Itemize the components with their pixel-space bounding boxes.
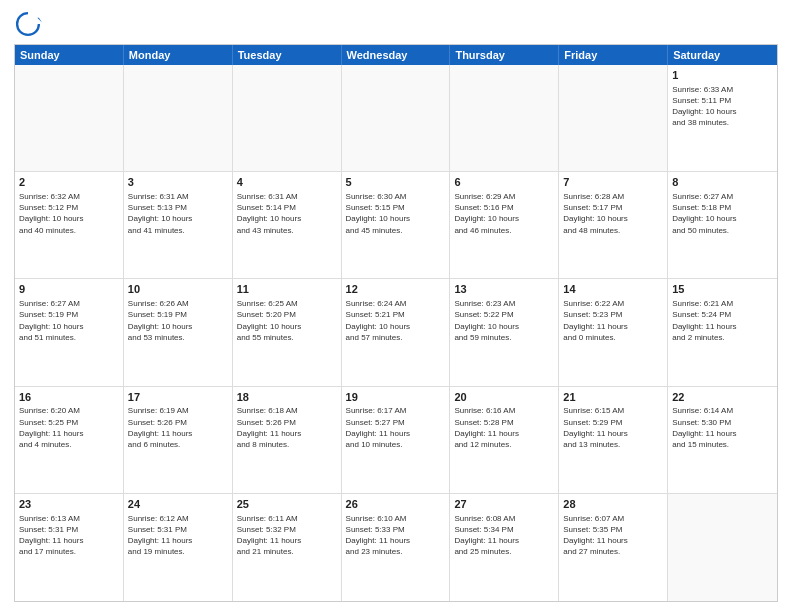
cell-content: Sunrise: 6:10 AM Sunset: 5:33 PM Dayligh… (346, 513, 446, 558)
cal-cell: 24Sunrise: 6:12 AM Sunset: 5:31 PM Dayli… (124, 494, 233, 601)
cal-cell: 5Sunrise: 6:30 AM Sunset: 5:15 PM Daylig… (342, 172, 451, 278)
cell-content: Sunrise: 6:30 AM Sunset: 5:15 PM Dayligh… (346, 191, 446, 236)
day-number: 1 (672, 68, 773, 83)
cal-cell: 18Sunrise: 6:18 AM Sunset: 5:26 PM Dayli… (233, 387, 342, 493)
cell-content: Sunrise: 6:26 AM Sunset: 5:19 PM Dayligh… (128, 298, 228, 343)
day-number: 24 (128, 497, 228, 512)
day-number: 3 (128, 175, 228, 190)
cal-cell (450, 65, 559, 171)
calendar-body: 1Sunrise: 6:33 AM Sunset: 5:11 PM Daylig… (15, 65, 777, 601)
cell-content: Sunrise: 6:08 AM Sunset: 5:34 PM Dayligh… (454, 513, 554, 558)
cell-content: Sunrise: 6:32 AM Sunset: 5:12 PM Dayligh… (19, 191, 119, 236)
cell-content: Sunrise: 6:25 AM Sunset: 5:20 PM Dayligh… (237, 298, 337, 343)
cell-content: Sunrise: 6:31 AM Sunset: 5:14 PM Dayligh… (237, 191, 337, 236)
page: SundayMondayTuesdayWednesdayThursdayFrid… (0, 0, 792, 612)
day-header-friday: Friday (559, 45, 668, 65)
cal-cell: 28Sunrise: 6:07 AM Sunset: 5:35 PM Dayli… (559, 494, 668, 601)
cal-cell: 27Sunrise: 6:08 AM Sunset: 5:34 PM Dayli… (450, 494, 559, 601)
cal-cell (124, 65, 233, 171)
cell-content: Sunrise: 6:23 AM Sunset: 5:22 PM Dayligh… (454, 298, 554, 343)
cal-cell: 10Sunrise: 6:26 AM Sunset: 5:19 PM Dayli… (124, 279, 233, 385)
cal-cell: 22Sunrise: 6:14 AM Sunset: 5:30 PM Dayli… (668, 387, 777, 493)
day-number: 18 (237, 390, 337, 405)
cell-content: Sunrise: 6:29 AM Sunset: 5:16 PM Dayligh… (454, 191, 554, 236)
day-number: 19 (346, 390, 446, 405)
day-number: 4 (237, 175, 337, 190)
cell-content: Sunrise: 6:19 AM Sunset: 5:26 PM Dayligh… (128, 405, 228, 450)
day-number: 12 (346, 282, 446, 297)
cell-content: Sunrise: 6:33 AM Sunset: 5:11 PM Dayligh… (672, 84, 773, 129)
day-number: 23 (19, 497, 119, 512)
week-row-3: 16Sunrise: 6:20 AM Sunset: 5:25 PM Dayli… (15, 387, 777, 494)
cell-content: Sunrise: 6:20 AM Sunset: 5:25 PM Dayligh… (19, 405, 119, 450)
day-header-saturday: Saturday (668, 45, 777, 65)
logo-icon (14, 10, 42, 38)
cell-content: Sunrise: 6:14 AM Sunset: 5:30 PM Dayligh… (672, 405, 773, 450)
cal-cell: 6Sunrise: 6:29 AM Sunset: 5:16 PM Daylig… (450, 172, 559, 278)
cal-cell: 12Sunrise: 6:24 AM Sunset: 5:21 PM Dayli… (342, 279, 451, 385)
day-number: 26 (346, 497, 446, 512)
day-number: 16 (19, 390, 119, 405)
logo (14, 10, 46, 38)
cal-cell: 25Sunrise: 6:11 AM Sunset: 5:32 PM Dayli… (233, 494, 342, 601)
day-number: 15 (672, 282, 773, 297)
cell-content: Sunrise: 6:22 AM Sunset: 5:23 PM Dayligh… (563, 298, 663, 343)
cal-cell: 3Sunrise: 6:31 AM Sunset: 5:13 PM Daylig… (124, 172, 233, 278)
cell-content: Sunrise: 6:24 AM Sunset: 5:21 PM Dayligh… (346, 298, 446, 343)
day-header-thursday: Thursday (450, 45, 559, 65)
day-number: 25 (237, 497, 337, 512)
cell-content: Sunrise: 6:17 AM Sunset: 5:27 PM Dayligh… (346, 405, 446, 450)
cell-content: Sunrise: 6:07 AM Sunset: 5:35 PM Dayligh… (563, 513, 663, 558)
cal-cell: 8Sunrise: 6:27 AM Sunset: 5:18 PM Daylig… (668, 172, 777, 278)
cal-cell: 9Sunrise: 6:27 AM Sunset: 5:19 PM Daylig… (15, 279, 124, 385)
cal-cell: 4Sunrise: 6:31 AM Sunset: 5:14 PM Daylig… (233, 172, 342, 278)
week-row-4: 23Sunrise: 6:13 AM Sunset: 5:31 PM Dayli… (15, 494, 777, 601)
week-row-2: 9Sunrise: 6:27 AM Sunset: 5:19 PM Daylig… (15, 279, 777, 386)
day-header-monday: Monday (124, 45, 233, 65)
day-number: 10 (128, 282, 228, 297)
cal-cell: 26Sunrise: 6:10 AM Sunset: 5:33 PM Dayli… (342, 494, 451, 601)
day-header-tuesday: Tuesday (233, 45, 342, 65)
cal-cell: 1Sunrise: 6:33 AM Sunset: 5:11 PM Daylig… (668, 65, 777, 171)
cal-cell: 15Sunrise: 6:21 AM Sunset: 5:24 PM Dayli… (668, 279, 777, 385)
cell-content: Sunrise: 6:18 AM Sunset: 5:26 PM Dayligh… (237, 405, 337, 450)
cell-content: Sunrise: 6:12 AM Sunset: 5:31 PM Dayligh… (128, 513, 228, 558)
week-row-1: 2Sunrise: 6:32 AM Sunset: 5:12 PM Daylig… (15, 172, 777, 279)
header (14, 10, 778, 38)
day-number: 22 (672, 390, 773, 405)
cal-cell: 20Sunrise: 6:16 AM Sunset: 5:28 PM Dayli… (450, 387, 559, 493)
day-number: 8 (672, 175, 773, 190)
cal-cell: 13Sunrise: 6:23 AM Sunset: 5:22 PM Dayli… (450, 279, 559, 385)
day-number: 21 (563, 390, 663, 405)
day-number: 28 (563, 497, 663, 512)
cal-cell: 2Sunrise: 6:32 AM Sunset: 5:12 PM Daylig… (15, 172, 124, 278)
cal-cell (15, 65, 124, 171)
day-number: 7 (563, 175, 663, 190)
day-header-sunday: Sunday (15, 45, 124, 65)
calendar-header: SundayMondayTuesdayWednesdayThursdayFrid… (15, 45, 777, 65)
day-number: 17 (128, 390, 228, 405)
cell-content: Sunrise: 6:13 AM Sunset: 5:31 PM Dayligh… (19, 513, 119, 558)
cell-content: Sunrise: 6:31 AM Sunset: 5:13 PM Dayligh… (128, 191, 228, 236)
day-number: 5 (346, 175, 446, 190)
cell-content: Sunrise: 6:15 AM Sunset: 5:29 PM Dayligh… (563, 405, 663, 450)
day-number: 6 (454, 175, 554, 190)
cal-cell: 16Sunrise: 6:20 AM Sunset: 5:25 PM Dayli… (15, 387, 124, 493)
cal-cell: 7Sunrise: 6:28 AM Sunset: 5:17 PM Daylig… (559, 172, 668, 278)
day-number: 9 (19, 282, 119, 297)
week-row-0: 1Sunrise: 6:33 AM Sunset: 5:11 PM Daylig… (15, 65, 777, 172)
cal-cell: 23Sunrise: 6:13 AM Sunset: 5:31 PM Dayli… (15, 494, 124, 601)
cal-cell: 14Sunrise: 6:22 AM Sunset: 5:23 PM Dayli… (559, 279, 668, 385)
calendar: SundayMondayTuesdayWednesdayThursdayFrid… (14, 44, 778, 602)
cal-cell: 11Sunrise: 6:25 AM Sunset: 5:20 PM Dayli… (233, 279, 342, 385)
cell-content: Sunrise: 6:27 AM Sunset: 5:18 PM Dayligh… (672, 191, 773, 236)
cal-cell: 21Sunrise: 6:15 AM Sunset: 5:29 PM Dayli… (559, 387, 668, 493)
cell-content: Sunrise: 6:16 AM Sunset: 5:28 PM Dayligh… (454, 405, 554, 450)
cell-content: Sunrise: 6:28 AM Sunset: 5:17 PM Dayligh… (563, 191, 663, 236)
cal-cell (342, 65, 451, 171)
cell-content: Sunrise: 6:11 AM Sunset: 5:32 PM Dayligh… (237, 513, 337, 558)
day-number: 11 (237, 282, 337, 297)
day-header-wednesday: Wednesday (342, 45, 451, 65)
cal-cell (668, 494, 777, 601)
day-number: 14 (563, 282, 663, 297)
